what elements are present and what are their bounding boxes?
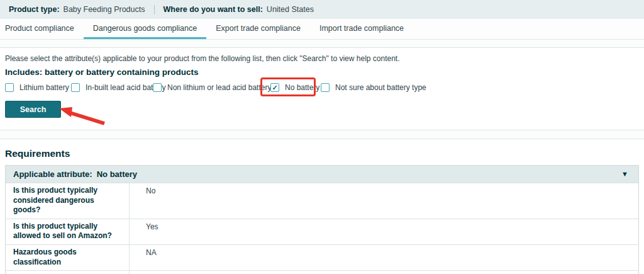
battery-checkbox-row: Lithium battery In-built lead acid batte… [5,77,639,99]
tab-dangerous-goods-compliance[interactable]: Dangerous goods compliance [84,19,206,39]
not-sure-checkbox[interactable] [321,83,330,92]
dangerous-goods-compliance-page: { "context_bar": { "product_type_label":… [0,0,644,274]
applicable-attribute-value: No battery [97,169,137,179]
sell-location-label: Where do you want to sell: [164,5,263,14]
tab-product-compliance[interactable]: Product compliance [0,19,84,39]
tab-export-trade-compliance[interactable]: Export trade compliance [206,19,310,39]
checkbox-item-non-lithium: Non lithium or lead acid battery [153,83,271,92]
applicable-attribute-label: Applicable attribute: [13,169,92,179]
context-divider [154,5,155,14]
checkbox-item-not-sure: Not sure about battery type [321,83,426,92]
check-icon: ✓ [272,84,277,91]
checkbox-item-lithium-battery: Lithium battery [5,83,69,92]
attribute-selection-section: Please select the attribute(s) applicabl… [0,48,644,130]
tab-import-trade-compliance[interactable]: Import trade compliance [310,19,413,39]
section-gap [0,40,644,48]
checkbox-item-no-battery: ✓ No battery [270,83,319,92]
requirements-table: Applicable attribute: No battery ▼ Is th… [5,165,639,274]
compliance-tabs: Product compliance Dangerous goods compl… [0,19,644,40]
table-row-dangerous-goods: Is this product typically considered dan… [6,183,638,219]
table-row-hazardous-name: Hazardous goods name NA [6,270,638,274]
instruction-text: Please select the attribute(s) applicabl… [5,54,639,63]
table-row-hazardous-classification: Hazardous goods classification NA [6,244,638,270]
sell-location-value: United States [267,5,314,14]
product-context-bar: Product type: Baby Feeding Products Wher… [0,0,644,19]
requirements-heading: Requirements [5,148,639,159]
search-button-area: Search [5,101,131,118]
lithium-battery-checkbox[interactable] [5,83,14,92]
inbuilt-lead-acid-checkbox[interactable] [71,83,80,92]
checkbox-item-inbuilt-lead-acid: In-built lead acid battery [71,83,165,92]
search-button[interactable]: Search [5,101,61,118]
section-gap-2 [0,130,644,139]
applicable-attribute-header: Applicable attribute: No battery ▼ [6,166,638,183]
includes-heading: Includes: battery or battery containing … [5,67,639,77]
requirements-section: Requirements Applicable attribute: No ba… [0,139,644,274]
non-lithium-checkbox[interactable] [153,83,162,92]
table-row-allowed-to-sell: Is this product typically allowed to sel… [6,219,638,244]
no-battery-checkbox-checked[interactable]: ✓ [270,83,279,92]
collapse-caret-icon[interactable]: ▼ [621,171,628,178]
product-type-value: Baby Feeding Products [64,5,145,14]
product-type-label: Product type: [9,5,60,14]
